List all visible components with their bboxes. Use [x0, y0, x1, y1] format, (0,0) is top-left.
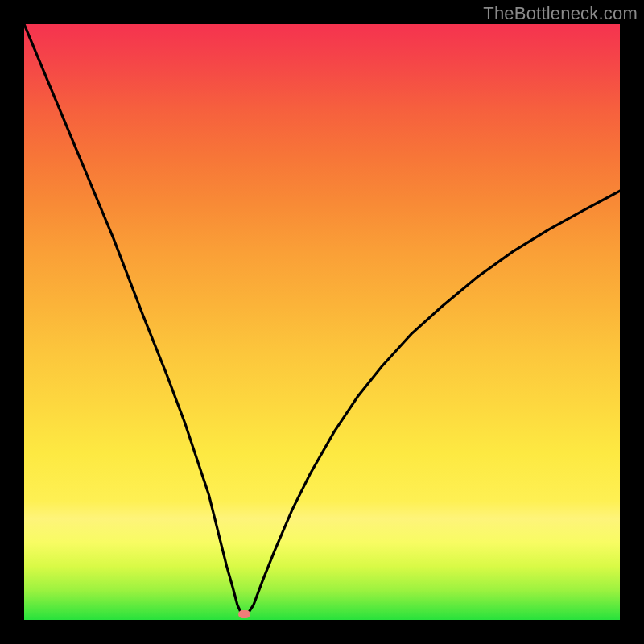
watermark-text: TheBottleneck.com	[483, 3, 638, 24]
plot-area	[24, 24, 620, 620]
chart-frame: TheBottleneck.com	[0, 0, 644, 644]
